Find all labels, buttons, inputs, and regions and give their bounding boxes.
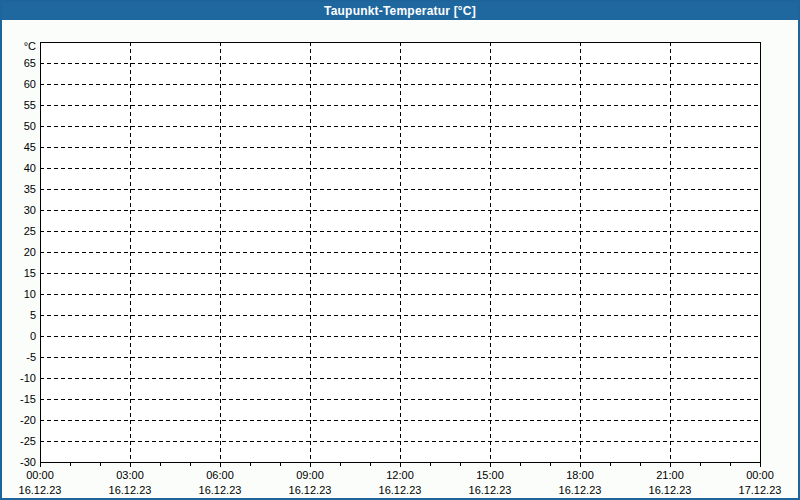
y-tick-label: -30: [20, 456, 36, 468]
y-tick-label: 65: [24, 57, 36, 69]
chart-plot-area: °C65605550454035302520151050-5-10-15-20-…: [2, 20, 798, 498]
x-tick-time-label: 12:00: [386, 469, 414, 481]
x-tick-date-label: 17.12.23: [739, 484, 782, 496]
y-tick-label: 25: [24, 225, 36, 237]
x-tick-time-label: 21:00: [656, 469, 684, 481]
x-tick-date-label: 16.12.23: [469, 484, 512, 496]
x-axis-labels: 00:0016.12.2303:0016.12.2306:0016.12.230…: [19, 469, 782, 496]
y-tick-label: 55: [24, 99, 36, 111]
x-tick-date-label: 16.12.23: [649, 484, 692, 496]
x-tick-time-label: 06:00: [206, 469, 234, 481]
chart-title: Taupunkt-Temperatur [°C]: [324, 4, 476, 18]
x-axis-ticks: [40, 462, 760, 467]
y-tick-label: 15: [24, 267, 36, 279]
y-tick-label: 45: [24, 141, 36, 153]
x-tick-date-label: 16.12.23: [19, 484, 62, 496]
y-tick-label: 50: [24, 120, 36, 132]
y-tick-label: 20: [24, 246, 36, 258]
x-tick-time-label: 03:00: [116, 469, 144, 481]
x-tick-time-label: 15:00: [476, 469, 504, 481]
y-tick-label: -10: [20, 372, 36, 384]
x-tick-date-label: 16.12.23: [379, 484, 422, 496]
y-tick-label: -15: [20, 393, 36, 405]
y-tick-label: 5: [30, 309, 36, 321]
y-tick-label: 35: [24, 183, 36, 195]
y-axis-labels: °C65605550454035302520151050-5-10-15-20-…: [20, 40, 36, 468]
x-tick-date-label: 16.12.23: [109, 484, 152, 496]
x-tick-date-label: 16.12.23: [289, 484, 332, 496]
y-tick-label: -5: [26, 351, 36, 363]
y-tick-label: 40: [24, 162, 36, 174]
x-tick-time-label: 00:00: [746, 469, 774, 481]
y-tick-label: 10: [24, 288, 36, 300]
y-axis-unit-label: °C: [24, 40, 36, 52]
y-tick-label: -20: [20, 414, 36, 426]
y-tick-label: 0: [30, 330, 36, 342]
x-tick-date-label: 16.12.23: [559, 484, 602, 496]
y-tick-label: 60: [24, 78, 36, 90]
x-tick-time-label: 00:00: [26, 469, 54, 481]
y-tick-label: 30: [24, 204, 36, 216]
chart-window: Taupunkt-Temperatur [°C] °C6560555045403…: [0, 0, 800, 500]
y-tick-label: -25: [20, 435, 36, 447]
title-bar: Taupunkt-Temperatur [°C]: [2, 2, 798, 20]
x-tick-time-label: 18:00: [566, 469, 594, 481]
x-tick-time-label: 09:00: [296, 469, 324, 481]
x-tick-date-label: 16.12.23: [199, 484, 242, 496]
